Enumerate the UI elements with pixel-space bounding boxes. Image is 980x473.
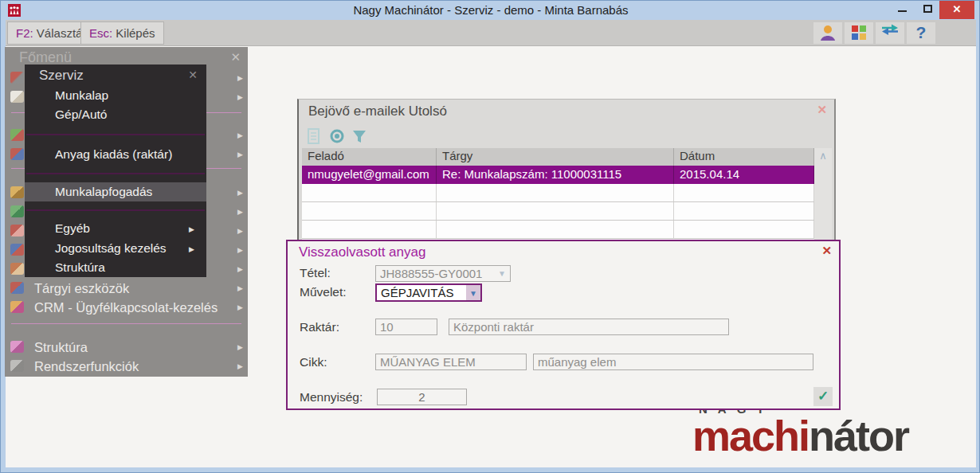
user-button[interactable] — [813, 22, 842, 44]
close-window-button[interactable]: ✕ — [939, 1, 974, 19]
cell-targy: Re: Munkalapszám: 11000031115 — [437, 166, 674, 184]
submenu-separator — [26, 173, 205, 174]
menu-separator — [11, 323, 241, 324]
szerviz-submenu-panel: Szerviz ✕ Munkalap Gép/Autó Anyag kiadás… — [25, 64, 206, 277]
menu-item-crm[interactable]: CRM - Ügyfélkapcsolat-kezelés▶ — [5, 299, 248, 318]
help-button[interactable]: ? — [907, 22, 935, 44]
submenu-item-jogosultsag[interactable]: Jogosultság kezelés — [55, 241, 167, 256]
cell-felado: nmugyelet@gmail.com — [302, 166, 437, 184]
table-row-selected[interactable]: nmugyelet@gmail.com Re: Munkalapszám: 11… — [302, 166, 832, 184]
dropdown-icon: ▼ — [469, 289, 477, 298]
submenu-item-gep-auto[interactable]: Gép/Autó — [55, 108, 108, 122]
panel-title: Bejövő e-mailek Utolsó — [308, 104, 447, 119]
crm-icon — [10, 301, 24, 313]
menu-item-rendszerfunkciok[interactable]: Rendszerfunkciók▶ — [5, 358, 248, 377]
dropdown-icon: ▼ — [498, 269, 506, 278]
basket-icon — [10, 129, 24, 141]
szerviz-title: Szerviz — [39, 68, 84, 84]
emails-table: Feladó Tárgy Dátum nmugyelet@gmail.com R… — [302, 148, 832, 246]
folder-icon — [10, 186, 24, 198]
submenu-arrow-icon: ▶ — [237, 131, 243, 139]
cikk-code-field[interactable]: MŰANYAG ELEM — [375, 354, 527, 370]
hotkey-label: Esc: — [89, 26, 112, 40]
submenu-arrow-icon: ▶ — [237, 284, 243, 292]
raktar-name-field[interactable]: Központi raktár — [449, 319, 729, 335]
tetel-dropdown[interactable]: JH888555-GY0001▼ — [375, 265, 511, 282]
column-header-datum[interactable]: Dátum — [674, 148, 814, 166]
menubar-item-kilepes[interactable]: Esc: Kilépés — [80, 22, 164, 45]
sales-icon — [10, 225, 24, 236]
window-title: Nagy Machinátor - Szerviz - demo - Minta… — [1, 1, 980, 20]
incoming-emails-panel: Bejövő e-mailek Utolsó ✕ Feladó Tárgy Dá… — [297, 99, 836, 246]
column-header-targy[interactable]: Tárgy — [437, 148, 674, 166]
confirm-button[interactable]: ✓ — [813, 387, 833, 406]
submenu-item-struktura[interactable]: Struktúra — [55, 260, 105, 275]
submenu-arrow-icon: ▶ — [237, 265, 243, 273]
sync-button[interactable] — [876, 22, 904, 44]
submenu-arrow-icon: ▶ — [189, 245, 194, 253]
submenu-item-munkalap[interactable]: Munkalap — [55, 88, 108, 103]
column-header-felado[interactable]: Feladó — [302, 148, 437, 166]
raktar-label: Raktár: — [300, 320, 339, 334]
muvelet-dropdown[interactable]: GÉPJAVITÁS▼ — [375, 283, 482, 302]
chevron-up-icon[interactable]: ∧ — [814, 150, 832, 162]
submenu-arrow-icon: ▶ — [237, 150, 243, 158]
submenu-arrow-icon: ▶ — [237, 303, 243, 311]
logo-machinator-text: machinátor — [692, 416, 908, 455]
submenu-arrow-icon: ▶ — [237, 227, 243, 235]
raktar-code-field[interactable]: 10 — [375, 319, 437, 335]
structure-icon — [10, 341, 24, 353]
maximize-icon — [923, 5, 932, 13]
document-icon[interactable] — [307, 128, 324, 144]
eye-icon[interactable] — [329, 128, 347, 144]
title-bar: Nagy Machinátor - Szerviz - demo - Minta… — [1, 1, 980, 20]
submenu-arrow-icon: ▶ — [237, 246, 243, 254]
tools-icon — [10, 72, 24, 84]
modules-button[interactable] — [845, 22, 873, 44]
mennyiseg-field[interactable]: 2 — [377, 389, 467, 405]
submenu-arrow-icon: ▶ — [237, 189, 243, 197]
table-row[interactable] — [302, 202, 832, 221]
menu-item-targyi-eszkozok[interactable]: Tárgyi eszközök▶ — [5, 280, 248, 299]
filter-icon[interactable] — [351, 128, 369, 144]
tetel-label: Tétel: — [300, 266, 331, 280]
submenu-separator — [26, 209, 205, 211]
minimize-button[interactable] — [890, 1, 914, 19]
hotkey-label: F2: — [16, 26, 33, 40]
submenu-arrow-icon: ▶ — [237, 208, 243, 216]
submenu-item-munkalapfogadas[interactable]: Munkalapfogadás — [55, 185, 152, 199]
dropdown-button[interactable]: ▼ — [466, 285, 480, 300]
logistics-icon — [10, 244, 24, 256]
cart-icon — [10, 148, 24, 160]
table-scrollbar[interactable]: ∧ — [814, 148, 832, 246]
muvelet-label: Művelet: — [300, 285, 347, 299]
submenu-separator — [26, 134, 205, 135]
submenu-arrow-icon: ▶ — [237, 74, 243, 82]
close-dialog-icon[interactable]: ✕ — [821, 244, 832, 258]
close-panel-icon[interactable]: ✕ — [817, 103, 827, 117]
visszaolvasott-anyag-dialog: Visszaolvasott anyag ✕ Tétel: JH888555-G… — [286, 240, 841, 410]
table-row[interactable] — [302, 184, 832, 202]
main-menu-title: Főmenü — [19, 49, 72, 66]
close-szerviz-icon[interactable]: ✕ — [188, 68, 198, 81]
check-icon: ✓ — [817, 389, 829, 404]
submenu-arrow-icon: ▶ — [237, 362, 243, 370]
app-window: Nagy Machinátor - Szerviz - demo - Minta… — [0, 0, 980, 473]
menu-label: Kilépés — [116, 26, 155, 40]
content-area: NAGY machinátor Bejövő e-mailek Utolsó ✕… — [6, 46, 976, 467]
minimize-icon — [898, 10, 907, 12]
submenu-arrow-icon: ▶ — [237, 343, 243, 351]
sync-arrows-icon — [880, 24, 900, 41]
dialog-title: Visszaolvasott anyag — [299, 244, 425, 260]
maximize-button[interactable] — [915, 1, 939, 19]
mennyiseg-label: Mennyiség: — [300, 390, 363, 405]
close-main-menu-icon[interactable]: ✕ — [230, 50, 241, 64]
stock-icon — [10, 263, 24, 275]
submenu-item-anyag-kiadas[interactable]: Anyag kiadás (raktár) — [55, 147, 172, 162]
menu-item-struktura[interactable]: Struktúra▶ — [5, 338, 248, 358]
table-row[interactable] — [302, 221, 832, 239]
cikk-name-field[interactable]: műanyag elem — [533, 354, 813, 370]
submenu-item-egyeb[interactable]: Egyéb — [55, 221, 90, 236]
system-icon — [10, 360, 24, 372]
assets-icon — [10, 282, 24, 294]
